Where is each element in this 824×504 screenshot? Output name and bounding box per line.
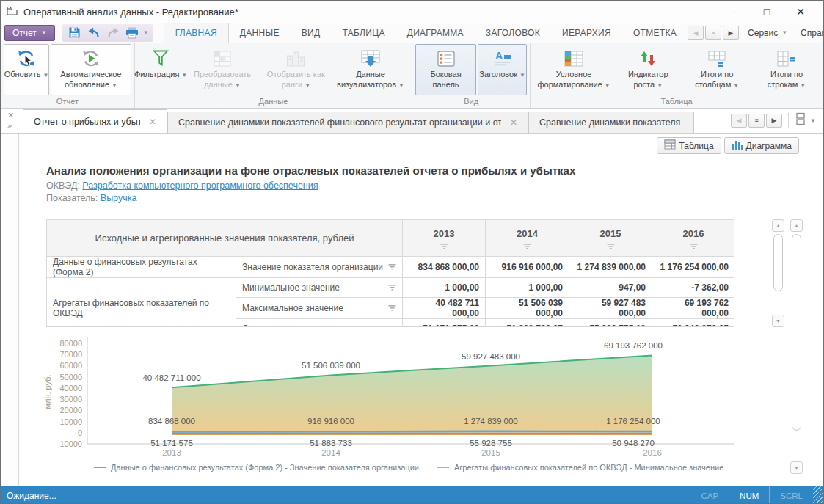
ribbon-button-label: Условное форматирование▼ (538, 70, 610, 90)
side-panel-icon (437, 48, 456, 70)
ribbon-tab-home[interactable]: ГЛАВНАЯ (164, 23, 229, 43)
resize-grip[interactable] (813, 486, 823, 504)
value-cell: 51 171 575,00 (403, 319, 486, 328)
ribbon-tab-table[interactable]: ТАБЛИЦА (331, 23, 395, 43)
table-view-button[interactable]: Таблица (657, 137, 721, 154)
scrollbar-thumb[interactable] (773, 234, 783, 291)
ribbon-scroll-right-icon[interactable]: ▶ (723, 26, 739, 40)
tab-close-icon[interactable]: ✕ (510, 117, 517, 128)
chevron-down-icon: ▼ (733, 82, 739, 89)
ribbon-button-col-totals[interactable]: Итоги по столбцам▼ (682, 44, 752, 95)
ribbon-tab-header[interactable]: ЗАГОЛОВОК (475, 23, 551, 43)
refresh-blue-icon (15, 48, 37, 70)
filter-icon[interactable] (690, 241, 698, 252)
ribbon-button-label: Итоги по строкам▼ (759, 70, 814, 90)
doc-tab-dynamics-financial-result[interactable]: Сравнение динамики показателей финансово… (167, 112, 528, 133)
scroll-up-icon[interactable]: ▲ (772, 219, 784, 232)
value-cell: -7 362,00 (652, 278, 735, 298)
service-menu[interactable]: Сервис▼ (743, 28, 792, 38)
undo-button[interactable] (86, 26, 102, 40)
data-table: Исходные и агрегированные значения показ… (46, 219, 734, 327)
layout-button[interactable]: ▼ (795, 112, 816, 128)
ribbon-button-filter[interactable]: Фильтрация▼ (138, 44, 183, 95)
divider (788, 113, 789, 128)
indicator-link[interactable]: Выручка (101, 193, 137, 203)
ribbon-button-title[interactable]: AЗаголовок▼ (478, 44, 527, 95)
report-menu-button[interactable]: Отчет▼ (4, 25, 55, 41)
close-button[interactable]: ✕ (784, 1, 817, 22)
ribbon-group-view: Боковая панельAЗаголовок▼Вид (412, 43, 531, 108)
help-menu[interactable]: Справка▼ (796, 28, 824, 38)
ribbon-tab-hierarchy[interactable]: ИЕРАРХИЯ (551, 23, 622, 43)
ribbon-tab-mark[interactable]: ОТМЕТКА (622, 23, 688, 43)
filter-icon[interactable] (607, 241, 615, 252)
title-bar: Оперативный анализ данных - Редактирован… (1, 1, 823, 23)
filter-icon[interactable] (388, 303, 396, 313)
status-indicator-num: NUM (729, 486, 769, 504)
legend-marker (94, 467, 106, 468)
ribbon-list-icon[interactable]: ≡ (705, 26, 721, 40)
ribbon-button-cond-format[interactable]: Условное форматирование▼ (533, 44, 614, 95)
svg-text:2015: 2015 (481, 448, 500, 457)
tab-scroll-left-icon[interactable]: ◀ (731, 114, 747, 128)
minimize-button[interactable]: − (716, 1, 750, 22)
doc-tab-dynamics-balance[interactable]: Сравнение динамики показателя баланса (528, 112, 694, 133)
ribbon-button-label: Данные визуализаторов▼ (337, 70, 404, 90)
svg-text:51 171 575: 51 171 575 (150, 439, 193, 448)
okved-link[interactable]: Разработка компьютерного программного об… (82, 180, 318, 191)
filter-icon[interactable] (440, 241, 448, 252)
title-a-icon: A (492, 48, 513, 70)
save-button[interactable] (67, 26, 83, 40)
close-pane-icon[interactable]: ✕ (7, 112, 23, 120)
ribbon-button-side-panel[interactable]: Боковая панель (415, 44, 476, 95)
value-cell: 55 928 755,19 (569, 319, 652, 328)
filter-icon[interactable] (523, 241, 531, 252)
value-cell: 916 916 000,00 (486, 257, 569, 278)
redo-button[interactable] (105, 26, 121, 40)
table-header-title: Исходные и агрегированные значения показ… (47, 220, 403, 257)
print-dropdown-icon[interactable]: ▼ (143, 29, 149, 36)
indicator-line: Показатель: Выручка (46, 193, 136, 203)
chevron-down-icon: ▼ (657, 82, 663, 89)
filter-icon[interactable] (388, 282, 396, 293)
tab-close-icon[interactable]: ✕ (149, 117, 156, 127)
filter-icon[interactable] (388, 324, 396, 327)
table-vertical-scrollbar[interactable]: ▲ ▼ (772, 219, 784, 327)
ribbon-button-row-totals[interactable]: Итоги по строкам▼ (754, 44, 820, 95)
print-button[interactable] (124, 26, 140, 40)
svg-text:916 916 000: 916 916 000 (307, 417, 354, 426)
tab-scroll-right-icon[interactable]: ▶ (766, 114, 782, 128)
scroll-down-icon[interactable]: ▼ (772, 315, 784, 327)
window-controls: − □ ✕ (716, 1, 817, 22)
ribbon-scroll-left-icon[interactable]: ◀ (688, 26, 704, 40)
chart-view-button[interactable]: Диаграмма (724, 137, 799, 154)
table-header-row: Исходные и агрегированные значения показ… (47, 220, 735, 257)
svg-text:834 868 000: 834 868 000 (148, 417, 195, 426)
legend-label: Агрегаты финансовых показателей по ОКВЭД… (454, 463, 723, 472)
value-cell: 51 506 039 000,00 (486, 298, 569, 319)
ribbon-button-refresh[interactable]: Обновить▼ (4, 44, 49, 95)
ribbon-tab-view[interactable]: ВИД (291, 23, 332, 43)
svg-text:1 274 839 000: 1 274 839 000 (464, 417, 518, 426)
ribbon-group-label: Вид (415, 95, 527, 108)
ribbon-tab-diagram[interactable]: ДИАГРАММА (396, 23, 475, 43)
ribbon-button-auto-refresh[interactable]: Автоматическое обновление▼ (51, 44, 131, 95)
data-table-container: Исходные и агрегированные значения показ… (46, 219, 734, 327)
filter-icon[interactable] (388, 262, 396, 272)
value-cell: 1 000,00 (403, 278, 486, 298)
scroll-up-icon[interactable]: ▲ (790, 219, 803, 232)
tab-list-icon[interactable]: ≡ (748, 114, 765, 128)
filter-green-icon (152, 48, 169, 70)
ribbon-button-visualizer-data[interactable]: Данные визуализаторов▼ (332, 44, 409, 95)
legend-label: Данные о финансовых результатах (Форма 2… (111, 463, 419, 472)
year-column-header: 2015 (569, 220, 652, 257)
ribbon-tab-data[interactable]: ДАННЫЕ (229, 23, 291, 43)
doc-tab-profit-loss-report[interactable]: Отчет о прибылях и убытках✕ (23, 109, 167, 133)
svg-text:40000: 40000 (59, 384, 82, 392)
expand-rail-icon[interactable]: » (7, 122, 23, 130)
maximize-button[interactable]: □ (750, 1, 784, 22)
svg-text:-10000: -10000 (57, 439, 82, 448)
document-tab-bar: ✕ » Отчет о прибылях и убытках✕Сравнение… (1, 109, 823, 134)
ribbon-button-growth-indicator[interactable]: Индикатор роста▼ (616, 44, 680, 95)
metric-cell: Среднее значение (236, 319, 403, 328)
